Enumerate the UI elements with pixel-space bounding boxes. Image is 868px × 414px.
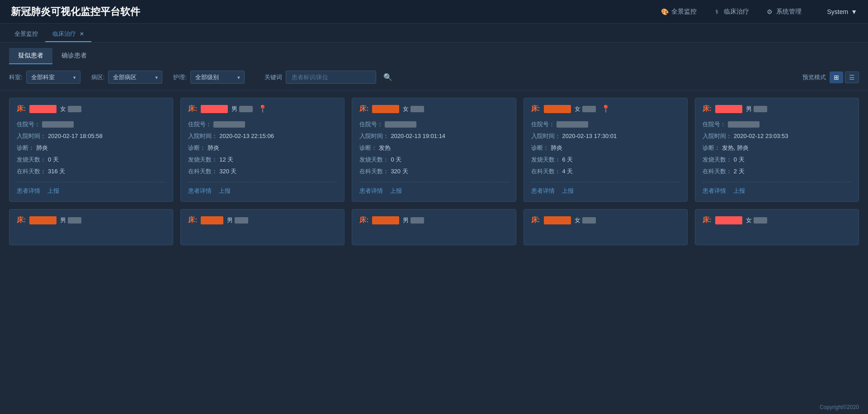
bed-label-2: 床: <box>359 105 368 113</box>
tab-suspected[interactable]: 疑似患者 <box>9 48 52 64</box>
bed-label-7: 床: <box>359 216 368 224</box>
gender-1: 男 <box>231 105 253 113</box>
department-select-wrapper: 全部科室 <box>26 71 80 84</box>
card-actions-1: 患者详情 上报 <box>188 187 337 195</box>
gender-3: 女 <box>575 105 596 113</box>
panoramic-icon: 🎨 <box>660 8 669 16</box>
dropdown-icon: ▼ <box>851 8 857 15</box>
patient-card-2: 床: 女 住院号： 入院时间：2020-02-13 19:01:14 诊断：发热… <box>352 98 516 202</box>
nav-clinical[interactable]: ⚕ 临床治疗 <box>713 8 749 16</box>
keyword-group: 关键词 🔍 <box>264 71 396 84</box>
card-header-4: 床: 男 <box>703 105 851 113</box>
view-toggle: ⊞ ☰ <box>830 71 859 83</box>
card-header-3: 床: 女 📍 <box>531 105 680 113</box>
bed-label-4: 床: <box>703 105 712 113</box>
bed-number-8 <box>544 216 571 224</box>
card-header-6: 床: 男 <box>188 216 337 224</box>
department-select[interactable]: 全部科室 <box>26 71 80 84</box>
nav-clinical-label: 临床治疗 <box>724 8 749 16</box>
card-actions-0: 患者详情 上报 <box>17 187 165 195</box>
card-header-9: 床: 女 <box>703 216 851 224</box>
gender-0: 女 <box>60 105 81 113</box>
header-nav: 🎨 全景监控 ⚕ 临床治疗 ⚙ 系统管理 System ▼ <box>660 8 857 16</box>
gender-6: 男 <box>227 216 248 224</box>
patient-card-6: 床: 男 <box>180 209 344 245</box>
card-info-4: 住院号： 入院时间：2020-02-12 23:03:53 诊断：发热, 肺炎 … <box>703 119 851 177</box>
footer: Copyright©2020 <box>811 400 868 414</box>
card-header-0: 床: 女 <box>17 105 165 113</box>
nursing-select-wrapper: 全部级别 <box>190 71 245 84</box>
card-info-0: 住院号： 入院时间：2020-02-17 18:05:58 诊断：肺炎 发烧天数… <box>17 119 165 177</box>
department-label: 科室: <box>9 73 23 81</box>
gender-9: 女 <box>746 216 767 224</box>
patient-type-tabs: 疑似患者 确诊患者 <box>0 43 868 64</box>
card-actions-2: 患者详情 上报 <box>359 187 508 195</box>
gender-2: 女 <box>403 105 424 113</box>
card-header-2: 床: 女 <box>359 105 508 113</box>
patient-card-3: 床: 女 📍 住院号： 入院时间：2020-02-13 17:30:01 诊断：… <box>524 98 688 202</box>
patient-card-4: 床: 男 住院号： 入院时间：2020-02-12 23:03:53 诊断：发热… <box>695 98 859 202</box>
nav-settings-label: 系统管理 <box>776 8 802 16</box>
bed-number-7 <box>372 216 399 224</box>
nav-panoramic-label: 全景监控 <box>671 8 697 16</box>
header: 新冠肺炎可视化监控平台软件 🎨 全景监控 ⚕ 临床治疗 ⚙ 系统管理 Syste… <box>0 0 868 24</box>
keyword-input[interactable] <box>286 71 376 84</box>
search-button[interactable]: 🔍 <box>380 71 396 83</box>
bed-number-3 <box>544 105 571 113</box>
patient-detail-btn-4[interactable]: 患者详情 <box>703 187 726 195</box>
card-actions-4: 患者详情 上报 <box>703 187 851 195</box>
nursing-select[interactable]: 全部级别 <box>190 71 245 84</box>
tab-confirmed[interactable]: 确诊患者 <box>52 48 96 64</box>
filter-bar: 科室: 全部科室 病区: 全部病区 护理: 全部级别 关键词 🔍 预览模式 ⊞ <box>0 64 868 90</box>
pin-icon-3: 📍 <box>601 105 610 113</box>
patient-detail-btn-1[interactable]: 患者详情 <box>188 187 212 195</box>
report-btn-4[interactable]: 上报 <box>733 187 745 195</box>
tab-clinical-label: 临床治疗 <box>52 30 76 38</box>
tab-close-icon[interactable]: ✕ <box>80 31 84 37</box>
keyword-label: 关键词 <box>264 73 282 81</box>
bed-number-1 <box>201 105 228 113</box>
tab-bar: 全景监控 临床治疗 ✕ <box>0 24 868 43</box>
gear-icon: ⚙ <box>765 8 774 16</box>
user-menu[interactable]: System ▼ <box>827 8 857 15</box>
app-title: 新冠肺炎可视化监控平台软件 <box>11 5 660 19</box>
patient-detail-btn-3[interactable]: 患者详情 <box>531 187 555 195</box>
tab-panoramic[interactable]: 全景监控 <box>7 27 45 42</box>
bed-number-0 <box>29 105 57 113</box>
ward-filter: 病区: 全部病区 <box>91 71 163 84</box>
patient-card-9: 床: 女 <box>695 209 859 245</box>
ward-label: 病区: <box>91 73 105 81</box>
grid-view-button[interactable]: ⊞ <box>830 71 843 83</box>
bed-label-1: 床: <box>188 105 197 113</box>
tab-panoramic-label: 全景监控 <box>14 30 38 38</box>
patient-detail-btn-2[interactable]: 患者详情 <box>359 187 383 195</box>
department-filter: 科室: 全部科室 <box>9 71 80 84</box>
gender-7: 男 <box>403 216 424 224</box>
patient-card-1: 床: 男 📍 住院号： 入院时间：2020-02-13 22:15:06 诊断：… <box>180 98 344 202</box>
patient-detail-btn-0[interactable]: 患者详情 <box>17 187 40 195</box>
tab-clinical[interactable]: 临床治疗 ✕ <box>45 27 91 42</box>
list-view-button[interactable]: ☰ <box>845 71 859 83</box>
report-btn-0[interactable]: 上报 <box>47 187 59 195</box>
ward-select[interactable]: 全部病区 <box>108 71 162 84</box>
bed-label-9: 床: <box>703 216 712 224</box>
report-btn-3[interactable]: 上报 <box>562 187 574 195</box>
bed-number-4 <box>715 105 742 113</box>
nav-settings[interactable]: ⚙ 系统管理 <box>765 8 802 16</box>
bed-number-5 <box>29 216 57 224</box>
bed-label-5: 床: <box>17 216 26 224</box>
bed-number-2 <box>372 105 399 113</box>
preview-label: 预览模式 <box>802 73 826 81</box>
card-info-3: 住院号： 入院时间：2020-02-13 17:30:01 诊断：肺炎 发烧天数… <box>531 119 680 177</box>
nav-panoramic[interactable]: 🎨 全景监控 <box>660 8 697 16</box>
card-info-2: 住院号： 入院时间：2020-02-13 19:01:14 诊断：发热 发烧天数… <box>359 119 508 177</box>
report-btn-1[interactable]: 上报 <box>219 187 231 195</box>
cards-container: 床: 女 住院号： 入院时间：2020-02-17 18:05:58 诊断：肺炎… <box>0 90 868 252</box>
patient-card-5: 床: 男 <box>9 209 173 245</box>
report-btn-2[interactable]: 上报 <box>390 187 402 195</box>
patient-card-8: 床: 女 <box>524 209 688 245</box>
card-header-8: 床: 女 <box>531 216 680 224</box>
bed-label-0: 床: <box>17 105 26 113</box>
nursing-label: 护理: <box>173 73 187 81</box>
card-header-7: 床: 男 <box>359 216 508 224</box>
